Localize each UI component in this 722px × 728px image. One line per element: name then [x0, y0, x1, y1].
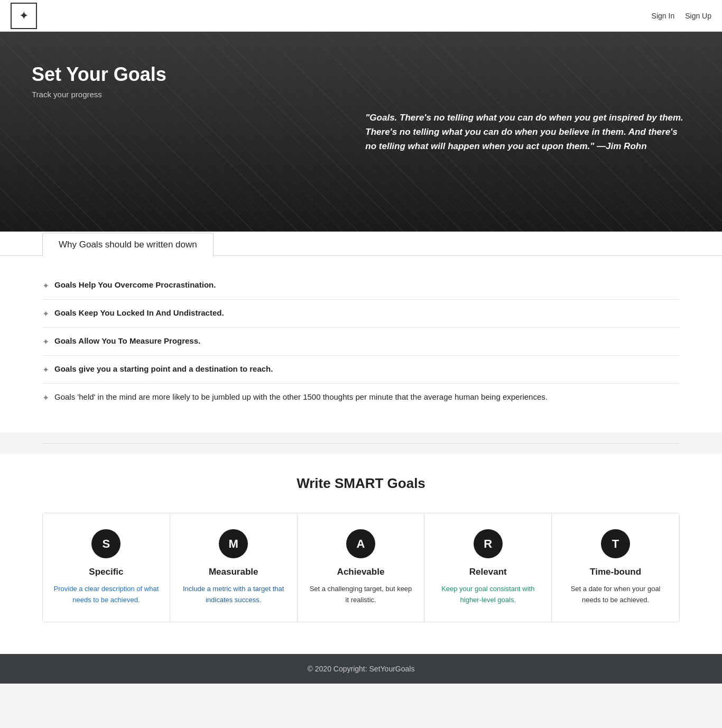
goal-text-3: Goals Allow You To Measure Progress.: [54, 336, 200, 345]
bullet-5: ✦: [42, 393, 49, 403]
hero-title: Set Your Goals: [32, 63, 329, 86]
smart-card-desc-a: Set a challenging target, but keep it re…: [308, 584, 414, 606]
site-header: ✦ Sign In Sign Up: [0, 0, 722, 32]
goal-text-2: Goals Keep You Locked In And Undistracte…: [54, 308, 224, 317]
logo[interactable]: ✦: [11, 3, 37, 29]
smart-section: Write SMART Goals S Specific Provide a c…: [0, 454, 722, 654]
smart-circle-r: R: [474, 529, 503, 558]
goals-section: ✦ Goals Help You Overcome Procrastinatio…: [0, 255, 722, 432]
hero-quote-area: "Goals. There's no telling what you can …: [365, 110, 690, 154]
site-footer: © 2020 Copyright: SetYourGoals: [0, 654, 722, 684]
smart-card-achievable: A Achievable Set a challenging target, b…: [298, 513, 425, 622]
smart-card-title-a: Achievable: [308, 567, 414, 577]
smart-circle-m: M: [219, 529, 248, 558]
goal-text-5: Goals 'held' in the mind are more likely…: [54, 392, 548, 401]
smart-card-desc-r: Keep your goal consistant with higher-le…: [435, 584, 541, 606]
nav-links: Sign In Sign Up: [652, 12, 711, 20]
goal-item-2: ✦ Goals Keep You Locked In And Undistrac…: [42, 300, 680, 328]
signin-link[interactable]: Sign In: [652, 12, 675, 20]
tab-section: Why Goals should be written down: [0, 232, 722, 255]
goal-item-1: ✦ Goals Help You Overcome Procrastinatio…: [42, 272, 680, 300]
smart-circle-a: A: [346, 529, 375, 558]
smart-card-desc-t: Set a date for when your goal needs to b…: [562, 584, 669, 606]
smart-card-timebound: T Time-bound Set a date for when your go…: [552, 513, 679, 622]
hero-section: Set Your Goals Track your progress "Goal…: [0, 32, 722, 233]
goal-item-3: ✦ Goals Allow You To Measure Progress.: [42, 328, 680, 356]
goal-item-5: ✦ Goals 'held' in the mind are more like…: [42, 384, 680, 411]
smart-card-desc-m: Include a metric with a target that indi…: [181, 584, 286, 606]
smart-card-specific: S Specific Provide a clear description o…: [43, 513, 170, 622]
signup-link[interactable]: Sign Up: [685, 12, 711, 20]
smart-card-title-m: Measurable: [181, 567, 286, 577]
goal-item-4: ✦ Goals give you a starting point and a …: [42, 356, 680, 384]
smart-grid: S Specific Provide a clear description o…: [42, 513, 680, 622]
bullet-4: ✦: [42, 365, 49, 375]
smart-card-relevant: R Relevant Keep your goal consistant wit…: [424, 513, 552, 622]
goal-text-4: Goals give you a starting point and a de…: [54, 364, 273, 373]
bullet-3: ✦: [42, 337, 49, 347]
bullet-1: ✦: [42, 281, 49, 291]
goal-text-1: Goals Help You Overcome Procrastination.: [54, 280, 216, 289]
bullet-2: ✦: [42, 309, 49, 319]
hero-subtitle: Track your progress: [32, 90, 329, 99]
logo-icon: ✦: [19, 9, 29, 23]
smart-circle-t: T: [601, 529, 630, 558]
smart-card-desc-s: Provide a clear description of what need…: [53, 584, 159, 606]
tab-label[interactable]: Why Goals should be written down: [42, 233, 214, 256]
hero-quote: "Goals. There's no telling what you can …: [365, 110, 690, 154]
smart-card-title-s: Specific: [53, 567, 159, 577]
smart-card-title-r: Relevant: [435, 567, 541, 577]
smart-card-measurable: M Measurable Include a metric with a tar…: [170, 513, 298, 622]
smart-circle-s: S: [91, 529, 121, 558]
footer-text: © 2020 Copyright: SetYourGoals: [308, 665, 415, 673]
smart-card-title-t: Time-bound: [562, 567, 669, 577]
section-divider: [42, 443, 680, 444]
smart-title: Write SMART Goals: [42, 475, 680, 492]
hero-content: Set Your Goals Track your progress: [0, 32, 361, 120]
